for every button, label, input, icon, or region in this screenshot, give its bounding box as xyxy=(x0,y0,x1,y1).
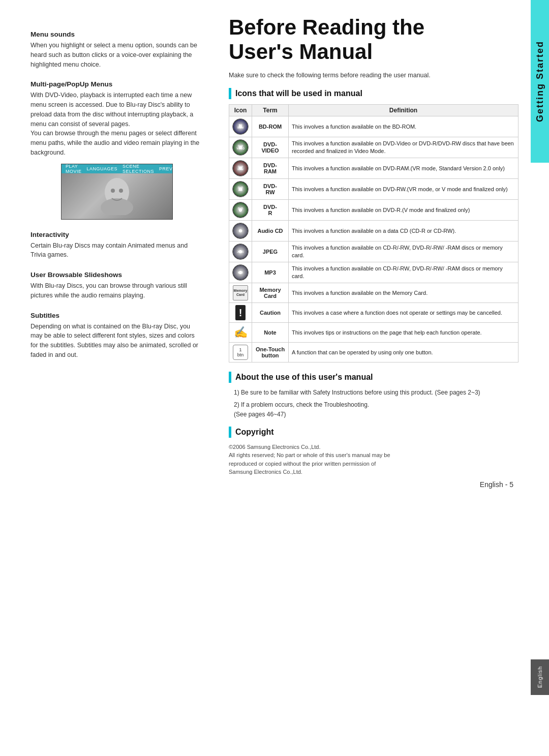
table-row: DVDRWDVD- RWThis involves a function ava… xyxy=(229,179,518,200)
table-row: DVDRDVD- RThis involves a function avail… xyxy=(229,200,518,221)
multipage-text: With DVD-Video, playback is interrupted … xyxy=(30,90,203,157)
table-row: MP3MP3This involves a function available… xyxy=(229,262,518,283)
table-row: ✍NoteThis involves tips or instructions … xyxy=(229,323,518,343)
col-term: Term xyxy=(252,105,289,116)
subtitles-text: Depending on what is contained on the Bl… xyxy=(30,322,203,360)
icon-cell: MemoryCard xyxy=(229,283,252,303)
col-definition: Definition xyxy=(289,105,518,116)
def-cell: This involves a function available on DV… xyxy=(289,200,518,221)
icon-cell: JPEG xyxy=(229,241,252,262)
getting-started-tab: Getting Started xyxy=(531,0,549,163)
term-cell: MP3 xyxy=(252,262,289,283)
icon-cell: DVDRW xyxy=(229,179,252,200)
about-heading-text: About the use of this user's manual xyxy=(235,373,373,382)
copyright-heading-text: Copyright xyxy=(235,428,274,437)
svg-point-2 xyxy=(111,189,115,193)
table-row: DVDRAMDVD- RAMThis involves a function a… xyxy=(229,158,518,179)
menu-photo xyxy=(62,173,172,219)
table-row: !CautionThis involves a case where a fun… xyxy=(229,303,518,323)
right-column: Getting Started English Before Reading t… xyxy=(219,0,549,756)
english-tab: English xyxy=(531,659,549,695)
term-cell: BD-ROM xyxy=(252,116,289,137)
table-row: BDROMBD-ROMThis involves a function avai… xyxy=(229,116,518,137)
about-section-heading: About the use of this user's manual xyxy=(229,372,539,383)
term-cell: Memory Card xyxy=(252,283,289,303)
def-cell: This involves a function available on a … xyxy=(289,221,518,241)
def-cell: This involves tips or instructions on th… xyxy=(289,323,518,343)
table-row: 1btnOne-Touch buttonA function that can … xyxy=(229,343,518,362)
def-cell: This involves a function available on DV… xyxy=(289,137,518,158)
left-column: Menu sounds When you highlight or select… xyxy=(0,0,219,756)
term-cell: DVD- RW xyxy=(252,179,289,200)
def-cell: This involves a function available on th… xyxy=(289,116,518,137)
menu-bar-item-2: LANGUAGES xyxy=(87,166,118,171)
icon-cell: DVDRAM xyxy=(229,158,252,179)
def-cell: This involves a function available on DV… xyxy=(289,179,518,200)
table-row: MemoryCardMemory CardThis involves a fun… xyxy=(229,283,518,303)
page-container: Menu sounds When you highlight or select… xyxy=(0,0,549,756)
term-cell: JPEG xyxy=(252,241,289,262)
page-number: English - 5 xyxy=(480,480,513,489)
menu-bar-item-4: PREVIEWS xyxy=(159,166,173,171)
term-cell: One-Touch button xyxy=(252,343,289,362)
term-cell: Audio CD xyxy=(252,221,289,241)
about-item: 1) Be sure to be familiar with Safety In… xyxy=(234,388,518,398)
menu-image: PLAY MOVIE LANGUAGES SCENE SELECTIONS PR… xyxy=(61,164,173,220)
icon-cell: CD xyxy=(229,221,252,241)
term-cell: DVD-VIDEO xyxy=(252,137,289,158)
icons-section-heading: Icons that will be used in manual xyxy=(229,88,539,99)
table-row: DVDVIDEODVD-VIDEOThis involves a functio… xyxy=(229,137,518,158)
face-silhouette xyxy=(97,177,137,215)
blue-bar-icons xyxy=(229,88,231,99)
side-tab-label: Getting Started xyxy=(535,41,545,122)
slideshows-title: User Browsable Slideshows xyxy=(30,271,203,279)
icon-cell: ! xyxy=(229,303,252,323)
term-cell: DVD- RAM xyxy=(252,158,289,179)
def-cell: This involves a function available on DV… xyxy=(289,158,518,179)
menu-bar-item-1: PLAY MOVIE xyxy=(66,164,82,174)
copyright-text: ©2006 Samsung Electronics Co.,Ltd. All r… xyxy=(229,443,539,476)
svg-point-3 xyxy=(119,189,123,193)
page-number-row: English - 5 xyxy=(229,480,539,489)
icons-table: Icon Term Definition BDROMBD-ROMThis inv… xyxy=(229,104,518,362)
copyright-section-heading: Copyright xyxy=(229,427,539,438)
interactivity-text: Certain Blu-ray Discs may contain Animat… xyxy=(30,241,203,260)
icons-heading-text: Icons that will be used in manual xyxy=(235,89,362,98)
blue-bar-about xyxy=(229,372,231,383)
icon-cell: ✍ xyxy=(229,323,252,343)
english-tab-label: English xyxy=(537,666,543,688)
col-icon: Icon xyxy=(229,105,252,116)
menu-bar-item-3: SCENE SELECTIONS xyxy=(123,164,154,174)
def-cell: This involves a function available on CD… xyxy=(289,241,518,262)
interactivity-title: Interactivity xyxy=(30,231,203,238)
def-cell: This involves a function available on CD… xyxy=(289,262,518,283)
term-cell: Note xyxy=(252,323,289,343)
term-cell: Caution xyxy=(252,303,289,323)
icon-cell: MP3 xyxy=(229,262,252,283)
multipage-title: Multi-page/PopUp Menus xyxy=(30,80,203,88)
table-row: JPEGJPEGThis involves a function availab… xyxy=(229,241,518,262)
def-cell: This involves a case where a function do… xyxy=(289,303,518,323)
about-item: 2) If a problem occurs, check the Troubl… xyxy=(234,400,518,419)
def-cell: This involves a function available on th… xyxy=(289,283,518,303)
slideshows-text: With Blu-ray Discs, you can browse throu… xyxy=(30,281,203,300)
subtitles-title: Subtitles xyxy=(30,312,203,319)
blue-bar-copyright xyxy=(229,427,231,438)
table-row: CDAudio CDThis involves a function avail… xyxy=(229,221,518,241)
about-list: 1) Be sure to be familiar with Safety In… xyxy=(234,388,539,419)
menu-bar: PLAY MOVIE LANGUAGES SCENE SELECTIONS PR… xyxy=(62,164,172,173)
menu-sounds-title: Menu sounds xyxy=(30,31,203,38)
def-cell: A function that can be operated by using… xyxy=(289,343,518,362)
icon-cell: DVDR xyxy=(229,200,252,221)
icon-cell: DVDVIDEO xyxy=(229,137,252,158)
intro-text: Make sure to check the following terms b… xyxy=(229,71,539,80)
term-cell: DVD- R xyxy=(252,200,289,221)
menu-sounds-text: When you highlight or select a menu opti… xyxy=(30,41,203,69)
icon-cell: BDROM xyxy=(229,116,252,137)
page-title: Before Reading the User's Manual xyxy=(229,15,539,65)
icon-cell: 1btn xyxy=(229,343,252,362)
